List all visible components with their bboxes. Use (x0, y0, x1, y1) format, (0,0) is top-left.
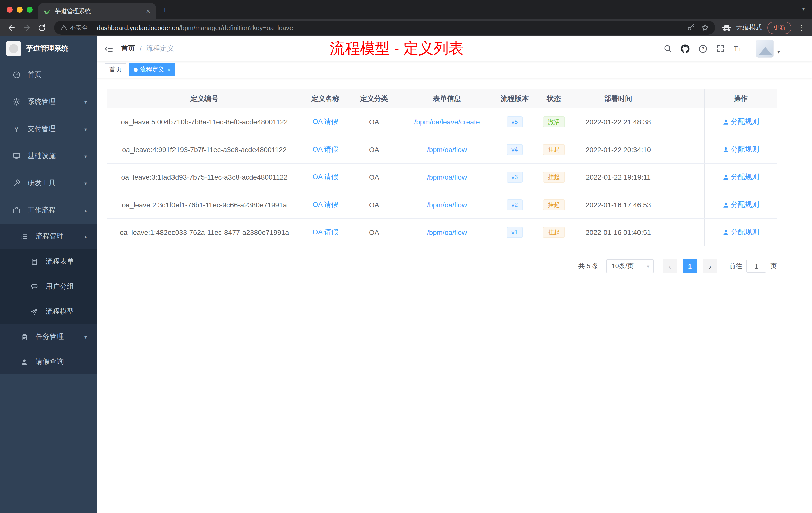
definition-name-link[interactable]: OA 请假 (313, 145, 339, 154)
definition-name-link[interactable]: OA 请假 (313, 117, 339, 126)
deploy-time: 2022-01-22 19:19:11 (573, 163, 663, 191)
sidebar-item-task-management[interactable]: 任务管理 ▾ (0, 324, 97, 350)
version-badge: v4 (506, 144, 523, 155)
form-link[interactable]: /bpm/oa/flow (427, 201, 467, 209)
sidebar-item-process-management[interactable]: 流程管理 ▴ (0, 224, 97, 249)
definition-category: OA (349, 191, 399, 218)
table-row: oa_leave:1:482ec033-762a-11ec-8477-a2380… (107, 219, 777, 246)
avatar[interactable] (756, 40, 774, 58)
page-annotation: 流程模型 - 定义列表 (330, 38, 464, 59)
logo-image (6, 41, 21, 56)
table-row: oa_leave:4:991f2193-7b7f-11ec-a3c8-acde4… (107, 136, 777, 163)
breadcrumb-home[interactable]: 首页 (121, 44, 135, 53)
form-link[interactable]: /bpm/oa/leave/create (414, 118, 480, 126)
browser-toolbar: 不安全 dashboard.yudao.iocoder.cn/bpm/manag… (0, 19, 812, 36)
sidebar-item-user-group[interactable]: 用户分组 (0, 274, 97, 299)
table-row: oa_leave:2:3c1f0ef1-76b1-11ec-9c66-a2380… (107, 191, 777, 219)
browser-tab[interactable]: 芋道管理系统 × (38, 3, 156, 19)
definition-category: OA (349, 109, 399, 135)
sidebar-item-home[interactable]: 首页 (0, 61, 97, 88)
incognito-indicator: 无痕模式 (721, 23, 762, 32)
sidebar-item-process-model[interactable]: 流程模型 (0, 299, 97, 324)
form-link[interactable]: /bpm/oa/flow (427, 173, 467, 181)
version-badge: v3 (506, 172, 523, 183)
chevron-down-icon: ▾ (84, 99, 87, 105)
password-key-icon[interactable] (686, 23, 696, 33)
forward-button[interactable] (20, 21, 33, 34)
briefcase-icon (12, 206, 21, 215)
sidebar-item-infrastructure[interactable]: 基础设施 ▾ (0, 143, 97, 170)
definition-table: 定义编号 定义名称 定义分类 表单信息 流程版本 状态 部署时间 操作 oa_l… (107, 89, 777, 246)
assign-rule-link[interactable]: 分配规则 (722, 117, 759, 126)
app-logo[interactable]: 芋道管理系统 (0, 36, 97, 61)
monitor-icon (12, 152, 21, 160)
chevron-down-icon: ▾ (84, 180, 87, 186)
goto-page-input[interactable] (746, 260, 766, 273)
not-secure-warning-icon (60, 24, 67, 31)
window-zoom-button[interactable] (27, 6, 33, 12)
send-icon (30, 307, 39, 316)
user-icon (722, 146, 729, 153)
definition-category: OA (349, 219, 399, 246)
top-navbar: 首页 / 流程定义 流程模型 - 定义列表 ? (97, 36, 812, 61)
reload-button[interactable] (35, 21, 48, 34)
status-badge: 挂起 (543, 172, 565, 183)
bookmark-star-icon[interactable] (700, 23, 710, 33)
form-link[interactable]: /bpm/oa/flow (427, 146, 467, 154)
deploy-time: 2022-01-22 21:48:38 (573, 109, 663, 135)
new-tab-button[interactable]: + (162, 5, 168, 14)
window-close-button[interactable] (6, 6, 12, 12)
sidebar-item-devtools[interactable]: 研发工具 ▾ (0, 170, 97, 197)
chevron-down-icon: ▾ (777, 49, 780, 55)
search-icon[interactable] (663, 44, 673, 54)
form-link[interactable]: /bpm/oa/flow (427, 229, 467, 236)
back-button[interactable] (5, 21, 18, 34)
page-content: 定义编号 定义名称 定义分类 表单信息 流程版本 状态 部署时间 操作 oa_l… (97, 78, 812, 513)
prev-page-button[interactable]: ‹ (663, 259, 677, 273)
user-icon (722, 229, 729, 236)
sidebar-item-leave-query[interactable]: 请假查询 (0, 350, 97, 374)
sidebar-item-payment[interactable]: ¥ 支付管理 ▾ (0, 116, 97, 143)
address-bar[interactable]: 不安全 dashboard.yudao.iocoder.cn/bpm/manag… (54, 21, 715, 35)
assign-rule-link[interactable]: 分配规则 (722, 228, 759, 237)
definition-name-link[interactable]: OA 请假 (313, 173, 339, 182)
font-size-icon[interactable]: TT (733, 44, 743, 54)
page-number-current[interactable]: 1 (683, 259, 697, 273)
divider (92, 24, 92, 31)
sidebar-item-process-form[interactable]: 流程表单 (0, 249, 97, 274)
chevron-up-icon: ▴ (84, 208, 87, 213)
assign-rule-link[interactable]: 分配规则 (722, 145, 759, 154)
sidebar-item-system[interactable]: 系统管理 ▾ (0, 88, 97, 116)
fullscreen-icon[interactable] (716, 44, 726, 54)
sidebar-item-workflow[interactable]: 工作流程 ▴ (0, 197, 97, 224)
tool-icon (12, 179, 21, 187)
next-page-button[interactable]: › (703, 259, 717, 273)
definition-name-link[interactable]: OA 请假 (313, 228, 339, 237)
browser-update-button[interactable]: 更新 (767, 21, 791, 34)
version-badge: v5 (506, 117, 523, 127)
help-icon[interactable]: ? (698, 44, 708, 54)
svg-text:?: ? (702, 46, 704, 51)
assign-rule-link[interactable]: 分配规则 (722, 200, 759, 209)
definition-category: OA (349, 136, 399, 163)
assign-rule-link[interactable]: 分配规则 (722, 173, 759, 182)
sidebar-toggle[interactable] (97, 36, 121, 61)
tag-home[interactable]: 首页 (105, 63, 126, 76)
definition-name-link[interactable]: OA 请假 (313, 200, 339, 209)
tab-search-chevron-icon[interactable]: ▾ (802, 5, 805, 12)
tag-process-definition[interactable]: 流程定义 × (129, 63, 175, 76)
tag-close-icon[interactable]: × (168, 66, 171, 72)
tab-close-icon[interactable]: × (144, 7, 152, 15)
pagination: 共 5 条 10条/页 ▾ ‹ 1 › 前往 页 (107, 259, 777, 273)
yen-icon: ¥ (12, 125, 21, 133)
incognito-label: 无痕模式 (736, 23, 762, 32)
user-menu[interactable]: ▾ (756, 40, 780, 58)
page-size-select[interactable]: 10条/页 ▾ (606, 259, 654, 273)
window-minimize-button[interactable] (17, 6, 23, 12)
version-badge: v2 (506, 199, 523, 210)
deploy-time: 2022-01-16 01:40:51 (573, 219, 663, 246)
sidebar: 芋道管理系统 首页 系统管理 ▾ ¥ 支付管理 ▾ 基础设施 ▾ (0, 36, 97, 513)
browser-menu-icon[interactable]: ⋮ (796, 24, 807, 32)
github-icon[interactable] (680, 44, 691, 54)
user-icon (722, 119, 729, 125)
